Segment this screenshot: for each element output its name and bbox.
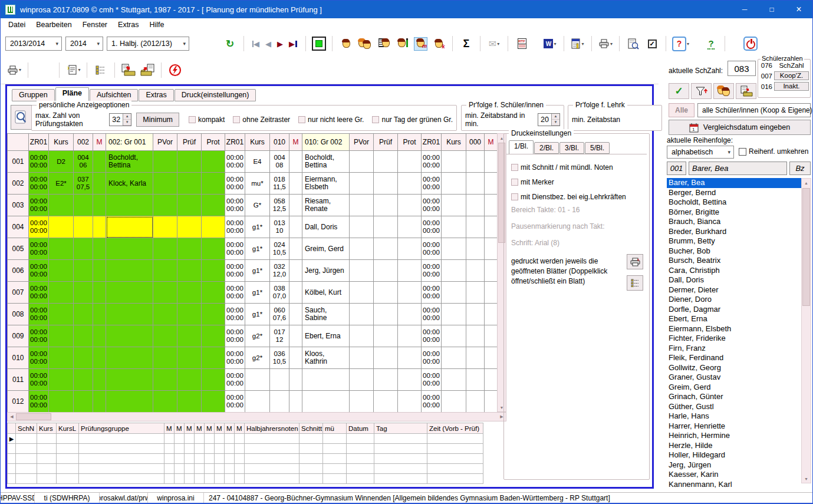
- grid-cell-m[interactable]: [93, 347, 106, 369]
- bottom-table-cell[interactable]: [299, 444, 323, 454]
- bottom-table-cell[interactable]: [37, 474, 57, 484]
- minimize-button[interactable]: ─: [731, 1, 758, 18]
- grid-cell-time[interactable]: 00:0000:00: [225, 260, 245, 282]
- grid-cell-m[interactable]: [93, 369, 106, 391]
- grid-cell-kurs[interactable]: [49, 238, 74, 260]
- schzahl-input[interactable]: 083: [728, 61, 756, 76]
- sum-button[interactable]: Σ: [459, 35, 474, 52]
- bottom-table-cell[interactable]: [205, 474, 215, 484]
- grid-cell-kurs[interactable]: [49, 282, 74, 304]
- bottom-table-cell[interactable]: [225, 454, 235, 464]
- grid-cell-points[interactable]: [466, 369, 485, 391]
- grid-cell-m[interactable]: [93, 151, 106, 173]
- grid-cell-points[interactable]: [74, 195, 93, 216]
- grid-cell-pvor[interactable]: [350, 325, 374, 347]
- bottom-table-cell[interactable]: [299, 454, 323, 464]
- bottom-table-cell[interactable]: [215, 474, 225, 484]
- grid-cell-pruef[interactable]: [177, 151, 202, 173]
- grid-cell-time[interactable]: 00:0000:00: [29, 216, 49, 238]
- druck-tab-1-bl-[interactable]: 1/Bl.: [509, 140, 534, 154]
- bottom-table-cell[interactable]: [215, 434, 225, 444]
- grid-cell-pruef[interactable]: [177, 260, 202, 282]
- bottom-table-cell[interactable]: [374, 474, 427, 484]
- bottom-table-cell[interactable]: [185, 434, 195, 444]
- bottom-table-cell[interactable]: [374, 444, 427, 454]
- structure-button[interactable]: [93, 62, 108, 78]
- bottom-table-cell[interactable]: [195, 454, 205, 464]
- grid-cell-kurs[interactable]: [442, 369, 466, 391]
- grid-cell-time[interactable]: 00:0000:00: [225, 151, 245, 173]
- grid-cell-points[interactable]: [466, 216, 485, 238]
- bottom-table-cell[interactable]: [195, 474, 205, 484]
- grid-cell-pruef[interactable]: [374, 238, 398, 260]
- grid-cell-m[interactable]: [93, 325, 106, 347]
- scrollbar-thumb[interactable]: [16, 413, 51, 420]
- grid-cell-m[interactable]: [485, 347, 498, 369]
- grid-cell-points[interactable]: [466, 195, 485, 216]
- druck-tab-2-bl-[interactable]: 2/Bl.: [534, 142, 559, 154]
- list-item[interactable]: Kannenmann, Karl: [667, 480, 801, 490]
- grid-cell-kurs[interactable]: [442, 216, 466, 238]
- grid-cell-points[interactable]: [74, 369, 93, 391]
- grid-cell-pruef[interactable]: [177, 195, 202, 216]
- grid-cell-prot[interactable]: [398, 391, 422, 413]
- grid-cell-pvor[interactable]: [153, 391, 177, 413]
- tab-gruppen[interactable]: Gruppen: [12, 89, 55, 101]
- grid-cell-pvor[interactable]: [350, 304, 374, 325]
- grid-cell-kurs[interactable]: g1*: [245, 216, 270, 238]
- bottom-table-cell[interactable]: [347, 454, 374, 464]
- grid-cell-m[interactable]: [485, 369, 498, 391]
- checkbox-mit-dienstbez-bei-eig-lehrkräften[interactable]: mit Dienstbez. bei eig.Lehrkräften: [511, 193, 626, 201]
- list-item[interactable]: Kaesser, Karin: [667, 470, 801, 480]
- print-plan-button[interactable]: ▾: [6, 62, 22, 78]
- bottom-table-cell[interactable]: [235, 444, 245, 454]
- grid-cell-points[interactable]: 01811,5: [270, 173, 289, 195]
- grid-cell-points[interactable]: 01712: [270, 325, 289, 347]
- grid-cell-pvor[interactable]: [153, 238, 177, 260]
- grid-cell-points[interactable]: [466, 173, 485, 195]
- druck-tab-5-bl-[interactable]: 5/Bl.: [585, 142, 610, 154]
- list-item[interactable]: Berger, Bernd: [667, 188, 801, 198]
- grid-cell-m[interactable]: [93, 238, 106, 260]
- grid-cell-pvor[interactable]: [153, 304, 177, 325]
- conflict-check-button[interactable]: [167, 62, 183, 78]
- grid-cell-points[interactable]: [466, 304, 485, 325]
- grid-cell-pruef[interactable]: [177, 369, 202, 391]
- grid-cell-kurs[interactable]: [245, 391, 270, 413]
- grid-cell-m[interactable]: [289, 304, 302, 325]
- bottom-table-cell[interactable]: [164, 434, 175, 444]
- bottom-table-cell[interactable]: [245, 434, 299, 444]
- grid-cell-m[interactable]: [485, 216, 498, 238]
- bottom-table-cell[interactable]: [16, 444, 37, 454]
- grid-cell-pvor[interactable]: [350, 151, 374, 173]
- grid-cell-name[interactable]: Greim, Gerd: [302, 238, 350, 260]
- word-export-button[interactable]: W ▾: [542, 35, 558, 52]
- grid-cell-points[interactable]: [74, 238, 93, 260]
- year-select[interactable]: 2014 ▾: [65, 37, 103, 51]
- grid-cell-name[interactable]: [106, 325, 153, 347]
- grid-cell-name[interactable]: Kloos, Kathrin: [302, 347, 350, 369]
- bottom-table-cell[interactable]: [16, 434, 37, 444]
- grid-cell-kurs[interactable]: [49, 369, 74, 391]
- student-count-inakt-[interactable]: Inakt.: [774, 82, 809, 91]
- grid-cell-time[interactable]: 00:0000:00: [225, 282, 245, 304]
- grid-cell-prot[interactable]: [202, 238, 225, 260]
- grid-cell-kurs[interactable]: [49, 325, 74, 347]
- grid-cell-pvor[interactable]: [350, 173, 374, 195]
- list-item[interactable]: Diener, Doro: [667, 295, 801, 305]
- bottom-table-cell[interactable]: [37, 464, 57, 474]
- grid-cell-name[interactable]: [106, 369, 153, 391]
- grid-cell-name[interactable]: Jerg, Jürgen: [302, 260, 350, 282]
- grid-cell-kurs[interactable]: g2*: [245, 347, 270, 369]
- bottom-table-cell[interactable]: [16, 474, 37, 484]
- grid-cell-prot[interactable]: [398, 151, 422, 173]
- grid-cell-prot[interactable]: [202, 304, 225, 325]
- list-item[interactable]: Greim, Gerd: [667, 383, 801, 393]
- grid-cell-name[interactable]: [302, 369, 350, 391]
- bottom-table-cell[interactable]: [79, 444, 164, 454]
- grid-cell-m[interactable]: [289, 369, 302, 391]
- grid-cell-time[interactable]: 00:0000:00: [29, 238, 49, 260]
- vergleichsdatum-button[interactable]: 1 Vergleichsdatum eingeben: [669, 120, 811, 135]
- minimum-button[interactable]: Minimum: [136, 113, 179, 127]
- student-scope-select[interactable]: alle Schüler/innen (Koop & Eigene) ▾: [697, 103, 811, 117]
